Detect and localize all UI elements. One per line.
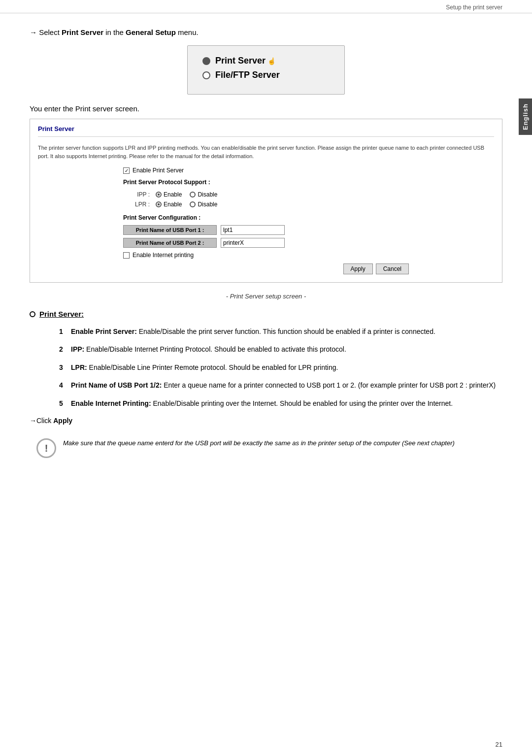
ipp-radio-group: Enable Disable <box>156 191 406 198</box>
lpr-row: LPR : Enable Disable <box>123 199 409 209</box>
panel-divider <box>38 136 494 137</box>
instruction-text-mid: in the <box>103 28 126 36</box>
internet-printing-checkbox[interactable] <box>123 252 130 259</box>
print-server-section-title: Print Server: <box>30 310 502 318</box>
click-apply: →Click Apply <box>30 417 502 425</box>
ipp-options: Enable Disable <box>153 190 409 199</box>
lpr-enable-radio[interactable] <box>156 201 162 207</box>
instruction-bold2: General Setup <box>126 28 176 36</box>
lpr-label: LPR : <box>123 199 153 209</box>
circle-bullet-icon <box>30 311 35 317</box>
print-server-panel: Print Server The printer server function… <box>30 119 502 283</box>
mockup-print-server-option[interactable]: Print Server ☝ <box>202 56 330 66</box>
ipp-disable-item[interactable]: Disable <box>190 191 217 198</box>
ipp-disable-label: Disable <box>198 191 217 198</box>
section-title-label: Print Server: <box>39 310 84 318</box>
ipp-enable-label: Enable <box>164 191 182 198</box>
button-row: Apply Cancel <box>123 263 409 274</box>
lpr-disable-radio[interactable] <box>190 201 196 207</box>
lpr-disable-item[interactable]: Disable <box>190 201 217 208</box>
header-text: Setup the print server <box>446 4 502 11</box>
config-section-header: Print Server Configuration : <box>123 214 409 221</box>
num-label: 4 <box>59 380 71 391</box>
click-apply-text: Click <box>36 417 53 425</box>
ui-mockup: Print Server ☝ File/FTP Server <box>187 45 345 95</box>
item-bold: LPR: <box>71 363 87 371</box>
panel-description: The printer server function supports LPR… <box>38 144 494 160</box>
ipp-disable-radio[interactable] <box>190 192 196 197</box>
port2-label: Print Name of USB Port 2 : <box>123 238 217 248</box>
lpr-enable-label: Enable <box>164 201 182 208</box>
instruction-bold1: Print Server <box>62 28 103 36</box>
num-content: Enable Internet Printing: Enable/Disable… <box>71 398 502 409</box>
num-content: Print Name of USB Port 1/2: Enter a queu… <box>71 380 502 391</box>
caption: - Print Server setup screen - <box>30 293 502 300</box>
port1-row: Print Name of USB Port 1 : <box>123 225 409 235</box>
instruction-text-after: menu. <box>176 28 199 36</box>
main-content: → Select Print Server in the General Set… <box>0 23 532 483</box>
note-text: Make sure that the queue name enterd for… <box>63 438 455 449</box>
ipp-enable-radio[interactable] <box>156 192 162 197</box>
list-item: 2IPP: Enable/Disable Internet Printing P… <box>59 344 502 355</box>
apply-button[interactable]: Apply <box>343 263 373 274</box>
lpr-disable-label: Disable <box>198 201 217 208</box>
list-item: 5Enable Internet Printing: Enable/Disabl… <box>59 398 502 409</box>
note-icon: ! <box>36 438 56 458</box>
num-content: Enable Print Server: Enable/Disable the … <box>71 326 502 337</box>
item-bold: Print Name of USB Port 1/2: <box>71 381 162 389</box>
item-bold: Enable Internet Printing: <box>71 399 151 407</box>
click-apply-bold: Apply <box>53 417 72 425</box>
protocol-section-header: Print Server Protocol Support : <box>123 179 409 186</box>
port1-input[interactable] <box>221 225 285 235</box>
enable-print-server-checkbox[interactable] <box>123 167 130 174</box>
list-item: 1Enable Print Server: Enable/Disable the… <box>59 326 502 337</box>
enable-print-server-row[interactable]: Enable Print Server <box>123 167 409 174</box>
item-bold: IPP: <box>71 345 84 353</box>
num-label: 2 <box>59 344 71 355</box>
list-item: 3LPR: Enable/Disable Line Printer Remote… <box>59 362 502 373</box>
side-tab-label: English <box>522 103 529 130</box>
num-content: IPP: Enable/Disable Internet Printing Pr… <box>71 344 502 355</box>
mockup-option1-label: Print Server <box>215 56 266 66</box>
ipp-row: IPP : Enable Disable <box>123 190 409 199</box>
side-tab: English <box>519 99 532 135</box>
lpr-radio-group: Enable Disable <box>156 201 406 208</box>
enable-print-server-label: Enable Print Server <box>133 167 184 174</box>
port2-row: Print Name of USB Port 2 : <box>123 238 409 248</box>
enter-screen-text: You enter the Print server screen. <box>30 104 502 113</box>
list-item: 4Print Name of USB Port 1/2: Enter a que… <box>59 380 502 391</box>
cancel-button[interactable]: Cancel <box>376 263 409 274</box>
item-bold: Enable Print Server: <box>71 328 137 335</box>
lpr-enable-item[interactable]: Enable <box>156 201 182 208</box>
cursor-icon: ☝ <box>267 57 276 65</box>
page-number: 21 <box>496 741 502 748</box>
ipp-enable-item[interactable]: Enable <box>156 191 182 198</box>
num-label: 1 <box>59 326 71 337</box>
note-box: ! Make sure that the queue name enterd f… <box>30 433 502 463</box>
page-header: Setup the print server <box>0 0 532 13</box>
internet-printing-label: Enable Internet printing <box>133 252 194 259</box>
numbered-list: 1Enable Print Server: Enable/Disable the… <box>30 326 502 409</box>
panel-inner: Enable Print Server Print Server Protoco… <box>123 167 409 274</box>
panel-title: Print Server <box>38 125 494 132</box>
mockup-ftp-server-option[interactable]: File/FTP Server <box>202 70 330 80</box>
num-content: LPR: Enable/Disable Line Printer Remote … <box>71 362 502 373</box>
protocol-table: IPP : Enable Disable <box>123 190 409 209</box>
instruction-text-before: Select <box>37 28 62 36</box>
internet-printing-row[interactable]: Enable Internet printing <box>123 252 409 259</box>
arrow-symbol: → <box>30 28 37 36</box>
radio-circle-print-server <box>202 57 210 65</box>
radio-circle-ftp-server <box>202 71 210 79</box>
port2-input[interactable] <box>221 238 285 248</box>
lpr-options: Enable Disable <box>153 199 409 209</box>
click-apply-arrow: → <box>30 417 36 425</box>
arrow-instruction: → Select Print Server in the General Set… <box>30 28 502 36</box>
mockup-option2-label: File/FTP Server <box>215 70 280 80</box>
port1-label: Print Name of USB Port 1 : <box>123 225 217 235</box>
num-label: 3 <box>59 362 71 373</box>
num-label: 5 <box>59 398 71 409</box>
ipp-label: IPP : <box>123 190 153 199</box>
